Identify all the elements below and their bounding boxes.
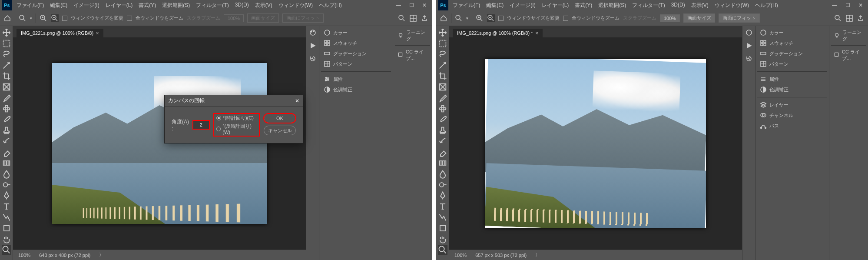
zoom-level[interactable]: 100% <box>454 253 467 258</box>
panel-gradients[interactable]: グラデーション <box>321 49 391 58</box>
maximize-button[interactable]: ☐ <box>407 1 415 9</box>
document-tab[interactable]: IMG_0221s.png @ 100% (RGB/8) × <box>17 29 103 37</box>
menu-type[interactable]: 書式(Y) <box>136 0 159 10</box>
panel-layers[interactable]: レイヤー <box>757 100 827 110</box>
ok-button[interactable]: OK <box>264 113 296 123</box>
crop-tool[interactable] <box>2 71 11 81</box>
menu-edit[interactable]: 編集(E) <box>484 0 506 10</box>
pct-button[interactable]: 100% <box>660 14 680 22</box>
close-button[interactable]: ✕ <box>421 1 428 9</box>
shape-tool[interactable] <box>438 223 447 233</box>
cclib-item[interactable]: CC ライブ... <box>831 47 866 63</box>
counterclockwise-radio[interactable]: °(反時計回り)(W) <box>216 123 257 135</box>
menu-3d[interactable]: 3D(D) <box>669 0 688 10</box>
marquee-tool[interactable] <box>2 39 11 48</box>
move-tool[interactable] <box>2 28 11 37</box>
panel-swatches[interactable]: スウォッチ <box>321 38 391 48</box>
path-tool[interactable] <box>2 213 11 222</box>
fit-window-button[interactable]: 画面にフィット <box>282 13 324 23</box>
pen-tool[interactable] <box>2 191 11 200</box>
type-tool[interactable] <box>2 202 11 211</box>
fit-screen-button[interactable]: 画面サイズ <box>247 13 279 23</box>
panel-patterns[interactable]: パターン <box>321 59 391 69</box>
clockwise-radio[interactable]: °(時計回り)(C) <box>216 115 257 121</box>
dodge-tool[interactable] <box>438 180 447 190</box>
dialog-close-icon[interactable]: ✕ <box>295 98 299 104</box>
panel-adjustments[interactable]: 色調補正 <box>757 85 827 94</box>
menu-window[interactable]: ウィンドウ(W) <box>712 0 752 10</box>
resize-window-checkbox[interactable] <box>62 16 67 21</box>
palette-icon[interactable] <box>309 29 317 37</box>
wand-tool[interactable] <box>438 60 447 70</box>
menu-file[interactable]: ファイル(F) <box>450 0 483 10</box>
panel-patterns[interactable]: パターン <box>757 59 827 69</box>
menu-type[interactable]: 書式(Y) <box>572 0 595 10</box>
blur-tool[interactable] <box>2 169 11 179</box>
zoom-tool-icon[interactable] <box>19 14 27 22</box>
fit-window-button[interactable]: 画面にフィット <box>719 13 760 23</box>
heal-tool[interactable] <box>438 104 447 113</box>
hand-tool[interactable] <box>438 234 447 244</box>
zoom-in-icon[interactable] <box>40 14 47 22</box>
lasso-tool[interactable] <box>438 50 447 59</box>
panel-color[interactable]: カラー <box>321 28 391 37</box>
frame-tool[interactable] <box>2 82 11 92</box>
document-tab[interactable]: IMG_0221s.png @ 100% (RGB/8) * × <box>453 29 543 37</box>
minimize-button[interactable]: — <box>831 1 838 9</box>
play-icon[interactable] <box>745 42 753 50</box>
fit-screen-button[interactable]: 画面サイズ <box>683 13 715 23</box>
panel-channels[interactable]: チャンネル <box>757 110 827 120</box>
wand-tool[interactable] <box>2 60 11 70</box>
minimize-button[interactable]: — <box>394 1 402 9</box>
type-tool[interactable] <box>438 202 447 211</box>
learn-item[interactable]: ラーニング <box>395 28 430 43</box>
palette-icon[interactable] <box>745 29 753 37</box>
history-brush-tool[interactable] <box>438 137 447 146</box>
pct-button[interactable]: 100% <box>224 14 244 22</box>
panel-color[interactable]: カラー <box>757 28 827 37</box>
dodge-tool[interactable] <box>2 180 11 190</box>
path-tool[interactable] <box>438 213 447 222</box>
home-icon[interactable] <box>3 14 11 22</box>
eraser-tool[interactable] <box>438 147 447 157</box>
lasso-tool[interactable] <box>2 50 11 59</box>
menu-filter[interactable]: フィルター(T) <box>193 0 231 10</box>
zoom-level[interactable]: 100% <box>18 253 30 258</box>
menu-image[interactable]: イメージ(I) <box>71 0 102 10</box>
history-icon[interactable] <box>745 55 753 63</box>
all-windows-checkbox[interactable] <box>563 16 568 21</box>
menu-layer[interactable]: レイヤー(L) <box>539 0 572 10</box>
panel-paths[interactable]: パス <box>757 121 827 130</box>
zoom-tool[interactable] <box>438 245 447 255</box>
gradient-tool[interactable] <box>438 158 447 168</box>
panel-adjustments[interactable]: 色調補正 <box>321 85 391 94</box>
cclib-item[interactable]: CC ライブ... <box>395 47 430 63</box>
zoom-out-icon[interactable] <box>51 14 59 22</box>
resize-window-checkbox[interactable] <box>498 16 504 21</box>
menu-help[interactable]: ヘルプ(H) <box>316 0 345 10</box>
eraser-tool[interactable] <box>2 147 11 157</box>
menu-file[interactable]: ファイル(F) <box>14 0 46 10</box>
stamp-tool[interactable] <box>438 126 447 135</box>
share-icon[interactable] <box>421 14 428 22</box>
grid-icon[interactable] <box>845 14 853 22</box>
play-icon[interactable] <box>309 42 317 50</box>
menu-edit[interactable]: 編集(E) <box>47 0 70 10</box>
tab-close-icon[interactable]: × <box>96 30 99 36</box>
zoom-out-icon[interactable] <box>487 14 495 22</box>
search-icon[interactable] <box>834 14 842 22</box>
cancel-button[interactable]: キャンセル <box>264 126 296 135</box>
frame-tool[interactable] <box>438 82 447 92</box>
zoom-in-icon[interactable] <box>476 14 484 22</box>
menu-filter[interactable]: フィルター(T) <box>629 0 667 10</box>
crop-tool[interactable] <box>438 71 447 81</box>
menu-3d[interactable]: 3D(D) <box>232 0 252 10</box>
shape-tool[interactable] <box>2 223 11 233</box>
panel-properties[interactable]: 属性 <box>321 74 391 84</box>
hand-tool[interactable] <box>2 234 11 244</box>
close-button[interactable]: ✕ <box>857 1 865 9</box>
learn-item[interactable]: ラーニング <box>831 28 866 43</box>
gradient-tool[interactable] <box>2 158 11 168</box>
share-icon[interactable] <box>857 14 865 22</box>
panel-properties[interactable]: 属性 <box>757 74 827 84</box>
